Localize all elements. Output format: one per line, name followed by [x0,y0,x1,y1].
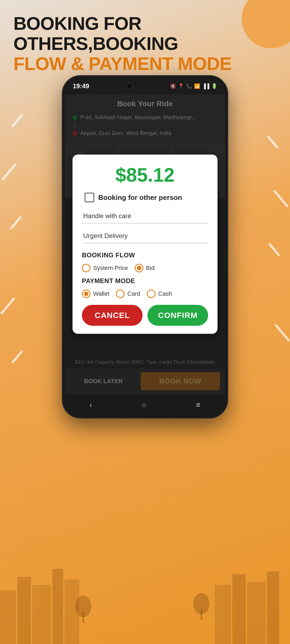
modal-overlay: $85.12 Booking for other person Booking … [65,94,225,394]
dash-decoration [274,324,290,342]
phone-inner: 19:49 🔇 📍 📞 📶 ▐▐ 🔋 Book Your Ride P-40, … [65,78,225,416]
radio-bid-label: Bid [146,265,155,272]
svg-rect-3 [32,585,51,644]
svg-rect-7 [232,574,246,644]
dash-decoration [10,216,22,229]
confirm-button[interactable]: CONFIRM [147,305,208,326]
status-icons: 🔇 📍 📞 📶 ▐▐ 🔋 [170,83,217,89]
home-button[interactable]: ○ [142,401,146,409]
cancel-button[interactable]: CANCEL [82,305,143,326]
modal-buttons: CANCEL CONFIRM [82,305,208,326]
modal-price: $85.12 [82,164,208,186]
dash-decoration [1,163,17,181]
radio-card[interactable]: Card [116,290,140,298]
back-button[interactable]: ‹ [90,401,92,409]
dash-decoration [11,350,23,364]
booking-flow-radio-group: System Price Bid [82,264,208,272]
dash-decoration [273,190,289,207]
app-screen: Book Your Ride P-40, Subhash Nagar, Basu… [65,94,225,394]
dash-decoration [0,297,16,315]
booking-modal: $85.12 Booking for other person Booking … [73,155,218,334]
menu-button[interactable]: ≡ [196,401,200,409]
status-bar: 19:49 🔇 📍 📞 📶 ▐▐ 🔋 [65,78,225,94]
radio-card-label: Card [127,290,140,297]
booking-other-label: Booking for other person [98,193,182,202]
battery-icon: 🔋 [211,83,217,89]
svg-rect-13 [201,609,202,620]
booking-other-checkbox[interactable] [85,193,94,202]
radio-system-price-outer[interactable] [82,264,90,272]
radio-bid-outer[interactable] [135,264,143,272]
svg-rect-8 [247,582,266,644]
svg-rect-1 [0,590,16,644]
wifi-icon: 📶 [194,83,200,89]
status-time: 19:49 [73,82,89,90]
page-header: BOOKING FOR OTHERS,BOOKING FLOW & PAYMEN… [13,13,290,74]
radio-cash-outer[interactable] [147,290,155,298]
camera-notch [126,83,133,89]
handle-with-care-input[interactable] [82,209,208,224]
dash-decoration [11,114,23,127]
header-line2: FLOW & PAYMENT MODE [13,54,290,74]
booking-flow-label: Booking Flow [82,251,208,259]
phone-icon: 📞 [186,83,192,89]
radio-system-price[interactable]: System Price [82,264,128,272]
radio-bid[interactable]: Bid [135,264,155,272]
radio-card-outer[interactable] [116,290,125,298]
radio-wallet[interactable]: Wallet [82,290,109,298]
radio-bid-inner [137,266,141,270]
header-line1: BOOKING FOR OTHERS,BOOKING [13,13,290,54]
svg-rect-6 [215,585,231,644]
location-icon: 📍 [178,83,184,89]
dash-decoration [268,243,280,256]
payment-mode-label: PAYMENT MODE [82,277,208,285]
radio-wallet-label: Wallet [93,290,109,297]
dash-decoration [267,135,279,149]
radio-cash-label: Cash [158,290,172,297]
svg-rect-2 [17,577,31,644]
signal-icon: ▐▐ [202,83,209,89]
svg-rect-4 [52,569,63,644]
android-nav: ‹ ○ ≡ [65,394,225,416]
svg-rect-11 [82,612,84,623]
payment-mode-radio-group: Wallet Card Cash [82,290,208,298]
svg-rect-9 [267,572,279,644]
phone-frame: 19:49 🔇 📍 📞 📶 ▐▐ 🔋 Book Your Ride P-40, … [62,75,228,419]
radio-cash[interactable]: Cash [147,290,172,298]
mute-icon: 🔇 [170,83,176,89]
radio-system-price-label: System Price [93,265,128,272]
urgent-delivery-input[interactable] [82,229,208,243]
booking-other-row[interactable]: Booking for other person [82,193,208,202]
radio-wallet-inner [84,292,88,296]
city-silhouette [0,537,290,644]
radio-wallet-outer[interactable] [82,290,90,298]
